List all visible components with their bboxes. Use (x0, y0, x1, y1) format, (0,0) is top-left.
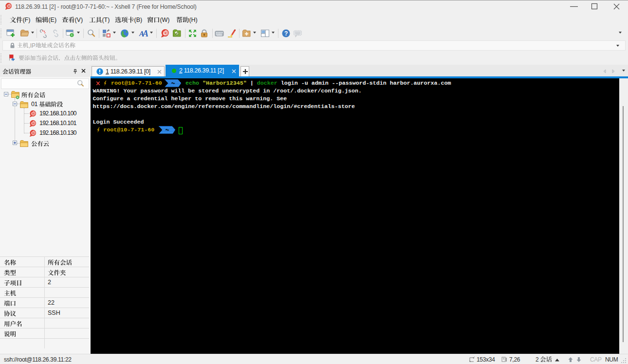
svg-text:A: A (142, 29, 148, 38)
svg-text:?: ? (284, 30, 288, 37)
